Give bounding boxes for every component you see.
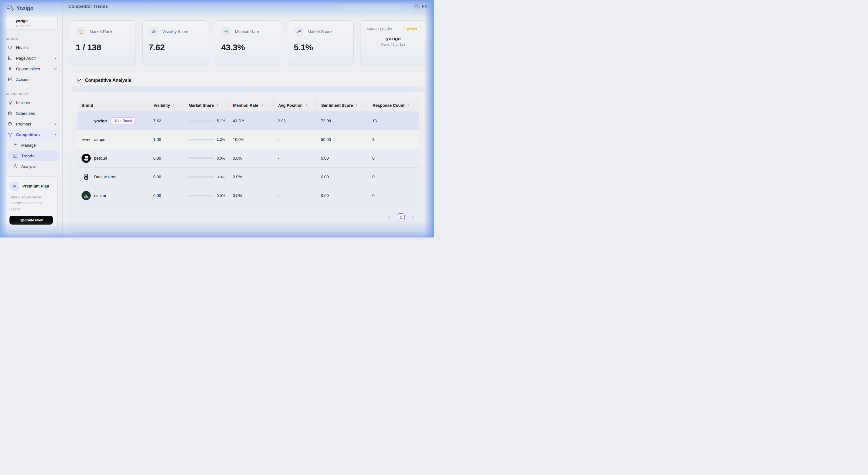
column-header-visibility[interactable]: Visibility▲▼: [149, 99, 184, 112]
market-leader-badge: yozigo: [403, 26, 420, 32]
chevron-down-icon[interactable]: [54, 67, 57, 71]
sidebar-item-label: Insights: [16, 100, 30, 105]
visibility-value: 1.00: [149, 137, 184, 142]
column-header-avg-position[interactable]: Avg Position▲▼: [273, 99, 316, 112]
previous-page-icon[interactable]: [386, 215, 391, 220]
table-row-dark-visitors[interactable]: Dark visitors 0.00 0.0% 0.0% - 0.00 0: [77, 168, 419, 186]
visibility-value: 0.00: [149, 193, 184, 198]
premium-plan-title: Premium Plan: [22, 184, 49, 188]
nav-brand: Health Page Audit Opportunities Actions: [0, 42, 62, 85]
nav-ai-visibility: Insights Schedules Prompts Competitors: [0, 97, 62, 172]
section-label-brand: BRAND: [6, 37, 62, 40]
stats-row: Market Rank 1 / 138 Visibility Score 7.6…: [70, 20, 426, 65]
premium-plan-card: Premium Plan Unlock advanced AI analytic…: [5, 176, 58, 230]
next-page-icon[interactable]: [410, 215, 415, 220]
table-row-peec-ai[interactable]: peec.ai 0.00 0.0% 0.0% - 0.00 0: [77, 149, 419, 168]
brand-logo-nimt: [82, 191, 91, 200]
stat-value: 43.3%: [221, 42, 275, 52]
sidebar-item-actions[interactable]: Actions: [3, 74, 59, 85]
brand-logo-robot: [82, 172, 91, 181]
column-header-response-count[interactable]: Response Count▲▼: [368, 99, 419, 112]
sidebar-item-page-audit[interactable]: Page Audit: [3, 53, 59, 63]
upgrade-now-button[interactable]: Upgrade Now: [9, 216, 53, 225]
chevron-up-icon[interactable]: [54, 133, 57, 137]
sentiment-score-value: 73.08: [316, 119, 368, 123]
workspace-card[interactable]: yozigo yozigo.com: [5, 17, 58, 30]
sidebar-item-prompts[interactable]: Prompts: [3, 119, 59, 129]
check-square-icon: [8, 77, 12, 82]
sidebar-item-competitors[interactable]: Competitors: [3, 129, 59, 140]
chevron-down-icon[interactable]: [54, 122, 57, 126]
sidebar-item-trends[interactable]: Trends: [8, 150, 59, 161]
stat-value: 7.62: [148, 42, 202, 52]
brand-logo-peec: [82, 154, 91, 163]
mention-rate-value: 0.0%: [228, 156, 273, 160]
trophy-icon: [8, 132, 12, 137]
section-label-ai-visibility: AI VISIBILITY: [6, 92, 62, 96]
page-number-button[interactable]: 1: [397, 213, 405, 221]
rocket-icon: [8, 66, 12, 71]
brand-name: airops: [94, 137, 105, 142]
sidebar-item-label: Schedules: [16, 111, 35, 116]
trophy-icon: [76, 26, 86, 37]
avg-position-value: -: [273, 156, 316, 160]
brand-logo-airops: airops: [82, 135, 91, 144]
mention-rate-value: 43.3%: [228, 119, 273, 123]
share-bar: [188, 195, 214, 197]
column-header-market-share[interactable]: Market Share▲▼: [184, 99, 228, 112]
sidebar-item-opportunities[interactable]: Opportunities: [3, 63, 59, 74]
response-count-value: 13: [368, 119, 419, 123]
share-bar: [188, 176, 214, 178]
sidebar-item-schedules[interactable]: Schedules: [3, 108, 59, 119]
table-row-airops[interactable]: airops airops 1.00 1.2% 10.0% - 50.00 3: [77, 130, 419, 149]
table-row-yozigo[interactable]: yozigo Your Brand 7.62 5.1% 43.3% 2.92 7…: [77, 112, 419, 130]
stat-value: 1 / 138: [76, 42, 129, 52]
sidebar: Yozigo yozigo yozigo.com BRAND Health Pa…: [0, 0, 63, 237]
stork-icon: [5, 5, 14, 12]
brand-cell: peec.ai: [77, 154, 149, 163]
line-chart-icon: [77, 78, 82, 83]
sidebar-item-insights[interactable]: Insights: [3, 97, 59, 108]
market-share-cell: 5.1%: [184, 119, 228, 123]
avg-position-value: 2.92: [273, 119, 316, 123]
stat-label: Mention Rate: [235, 29, 259, 34]
column-header-mention-rate[interactable]: Mention Rate▲▼: [228, 99, 273, 112]
market-share-cell: 1.2%: [184, 137, 228, 142]
header-search-pill[interactable]: [342, 4, 401, 9]
sort-icon[interactable]: ▲▼: [305, 104, 307, 107]
share-label: 0.0%: [217, 156, 225, 160]
brand-cell: airops airops: [77, 135, 149, 144]
brand-logo-empty: [82, 116, 91, 125]
sort-icon[interactable]: ▲▼: [173, 104, 175, 107]
sort-icon[interactable]: ▲▼: [261, 104, 263, 107]
stat-label: Market Leader: [367, 27, 392, 31]
brand-name: nimt.ai: [94, 193, 106, 198]
leader-rank: Rank #1 of 138: [367, 42, 420, 47]
sidebar-item-label: Actions: [16, 77, 29, 82]
table-row-nimt-ai[interactable]: nimt.ai 0.00 0.0% 0.0% - 0.00 0: [77, 186, 419, 205]
sentiment-score-value: 0.00: [316, 175, 368, 179]
sidebar-item-label: Analysis: [21, 164, 36, 169]
sort-icon[interactable]: ▲▼: [216, 104, 219, 107]
sort-icon[interactable]: ▲▼: [355, 104, 358, 107]
share-label: 0.0%: [217, 194, 225, 198]
column-header-sentiment-score[interactable]: Sentiment Score▲▼: [316, 99, 368, 112]
table-header-row: Brand Visibility▲▼ Market Share▲▼ Mentio…: [77, 99, 419, 112]
heart-icon: [8, 45, 12, 50]
stat-label: Visibility Score: [162, 29, 188, 34]
stat-card-visibility-score: Visibility Score 7.62: [143, 20, 208, 65]
line-chart-icon: [13, 153, 18, 158]
sidebar-item-label: Manage: [21, 143, 36, 148]
sort-icon[interactable]: ▲▼: [407, 104, 409, 107]
sidebar-item-health[interactable]: Health: [3, 42, 59, 53]
sidebar-item-analysis[interactable]: Analysis: [8, 161, 59, 172]
market-share-cell: 0.0%: [184, 194, 228, 198]
message-circle-icon: [221, 26, 231, 37]
share-label: 0.0%: [217, 175, 225, 179]
your-brand-badge: Your Brand: [111, 117, 135, 124]
sidebar-item-manage[interactable]: Manage: [8, 140, 59, 150]
stat-card-market-leader: Market Leader yozigo yozigo Rank #1 of 1…: [361, 20, 426, 65]
response-count-value: 0: [368, 193, 419, 198]
chevron-down-icon[interactable]: [54, 57, 57, 60]
users-icon: [13, 143, 18, 148]
